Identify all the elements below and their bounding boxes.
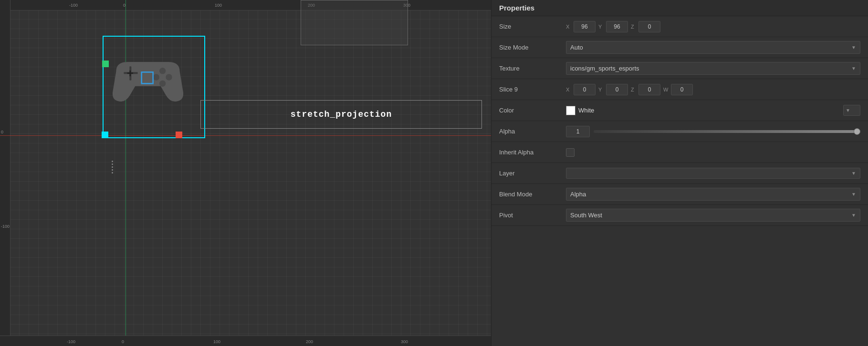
- texture-label: Texture: [499, 65, 566, 72]
- texture-value: icons/gm_sports_esports ▼: [566, 62, 860, 75]
- ruler-bottom: -100 0 100 200 300: [0, 336, 491, 346]
- color-value: White ▼: [566, 105, 860, 116]
- size-mode-arrow: ▼: [851, 45, 856, 50]
- slice9-w-group: W 0: [663, 84, 693, 95]
- slice9-z-input[interactable]: 0: [638, 84, 660, 95]
- svg-text:+: +: [127, 67, 134, 80]
- prop-row-size-mode: Size Mode Auto ▼: [492, 37, 868, 58]
- slice9-y-group: Y 0: [598, 84, 628, 95]
- color-arrow: ▼: [846, 108, 850, 113]
- properties-panel: Properties Size X 96 Y 96 Z 0 Size Mode …: [491, 0, 868, 346]
- layer-label: Layer: [499, 170, 566, 177]
- layer-value: ▼: [566, 168, 860, 179]
- size-x-label: X: [566, 24, 572, 30]
- slice9-z-group: Z 0: [631, 84, 660, 95]
- slice9-x-group: X 0: [566, 84, 596, 95]
- size-x-input[interactable]: 96: [574, 21, 596, 32]
- slice9-w-input[interactable]: 0: [671, 84, 693, 95]
- properties-title: Properties: [492, 0, 868, 16]
- prop-row-layer: Layer ▼: [492, 163, 868, 184]
- blend-mode-selected: Alpha: [570, 191, 586, 198]
- alpha-thumb[interactable]: [854, 128, 860, 135]
- color-dropdown[interactable]: ▼: [843, 105, 860, 116]
- svg-point-4: [166, 74, 172, 80]
- texture-arrow: ▼: [851, 66, 856, 71]
- size-mode-label: Size Mode: [499, 44, 566, 51]
- alpha-track[interactable]: [594, 130, 860, 133]
- layer-dropdown[interactable]: ▼: [566, 168, 860, 179]
- pivot-arrow: ▼: [851, 213, 856, 218]
- prop-row-pivot: Pivot South West ▼: [492, 205, 868, 226]
- size-label: Size: [499, 23, 566, 30]
- prop-row-slice9: Slice 9 X 0 Y 0 Z 0 W 0: [492, 79, 868, 100]
- size-y-input[interactable]: 96: [606, 21, 628, 32]
- stretch-projection-rect: stretch_projection: [200, 100, 482, 129]
- blend-mode-dropdown[interactable]: Alpha ▼: [566, 188, 860, 201]
- size-y-group: Y 96: [598, 21, 628, 32]
- inherit-alpha-label: Inherit Alpha: [499, 149, 566, 156]
- canvas-area[interactable]: -100 0 100 200 300 0 -100 +: [0, 0, 491, 346]
- alpha-slider-container: 1: [566, 126, 860, 137]
- ruler-label-neg100: -100: [69, 3, 78, 8]
- color-name: White: [578, 107, 840, 114]
- ruler-left: 0 -100: [0, 0, 10, 346]
- ruler-label-100: 100: [215, 3, 222, 8]
- svg-point-3: [159, 68, 166, 74]
- size-value: X 96 Y 96 Z 0: [566, 21, 860, 32]
- layer-arrow: ▼: [851, 171, 856, 176]
- color-label: Color: [499, 107, 566, 114]
- slice9-x-label: X: [566, 87, 572, 92]
- size-z-group: Z 0: [631, 21, 660, 32]
- pivot-selected: South West: [570, 212, 602, 219]
- slice9-value: X 0 Y 0 Z 0 W 0: [566, 84, 860, 95]
- size-z-input[interactable]: 0: [638, 21, 660, 32]
- handle-red[interactable]: [176, 132, 182, 138]
- inherit-alpha-checkbox[interactable]: [566, 148, 575, 157]
- slice9-y-label: Y: [598, 87, 604, 92]
- texture-dropdown[interactable]: icons/gm_sports_esports ▼: [566, 62, 860, 75]
- alpha-input[interactable]: 1: [566, 126, 590, 137]
- size-y-label: Y: [598, 24, 604, 30]
- slice9-w-label: W: [663, 87, 669, 92]
- ruler-top: -100 0 100 200 300: [0, 0, 491, 10]
- pivot-dropdown[interactable]: South West ▼: [566, 209, 860, 222]
- slice9-z-label: Z: [631, 87, 637, 92]
- slice9-label: Slice 9: [499, 86, 566, 93]
- pivot-value: South West ▼: [566, 209, 860, 222]
- ruler-label-v-100: -100: [1, 224, 10, 229]
- horizontal-axis: [0, 135, 491, 136]
- handle-green[interactable]: [102, 61, 109, 67]
- prop-row-texture: Texture icons/gm_sports_esports ▼: [492, 58, 868, 79]
- blend-mode-label: Blend Mode: [499, 191, 566, 198]
- blend-mode-arrow: ▼: [851, 192, 856, 197]
- blend-mode-value: Alpha ▼: [566, 188, 860, 201]
- grey-box: [301, 0, 408, 45]
- size-mode-selected: Auto: [570, 44, 583, 51]
- size-mode-value: Auto ▼: [566, 41, 860, 54]
- color-swatch[interactable]: [566, 106, 575, 115]
- inherit-alpha-value: [566, 148, 860, 157]
- ruler-label-v0: 0: [1, 130, 3, 134]
- panel-resize-handle[interactable]: [110, 153, 114, 181]
- alpha-value: 1: [566, 126, 860, 137]
- slice9-y-input[interactable]: 0: [606, 84, 628, 95]
- prop-row-inherit-alpha: Inherit Alpha: [492, 142, 868, 163]
- stretch-projection-label: stretch_projection: [291, 110, 392, 119]
- prop-row-color: Color White ▼: [492, 100, 868, 121]
- prop-row-size: Size X 96 Y 96 Z 0: [492, 16, 868, 37]
- controller-icon[interactable]: +: [110, 48, 186, 114]
- size-mode-dropdown[interactable]: Auto ▼: [566, 41, 860, 54]
- svg-point-5: [153, 74, 159, 80]
- size-z-label: Z: [631, 24, 637, 30]
- pivot-label: Pivot: [499, 212, 566, 219]
- alpha-label: Alpha: [499, 128, 566, 135]
- size-x-group: X 96: [566, 21, 596, 32]
- prop-row-blend-mode: Blend Mode Alpha ▼: [492, 184, 868, 205]
- slice9-x-input[interactable]: 0: [574, 84, 596, 95]
- texture-selected: icons/gm_sports_esports: [570, 65, 639, 72]
- prop-row-alpha: Alpha 1: [492, 121, 868, 142]
- svg-point-6: [159, 81, 166, 87]
- handle-cyan[interactable]: [102, 132, 108, 138]
